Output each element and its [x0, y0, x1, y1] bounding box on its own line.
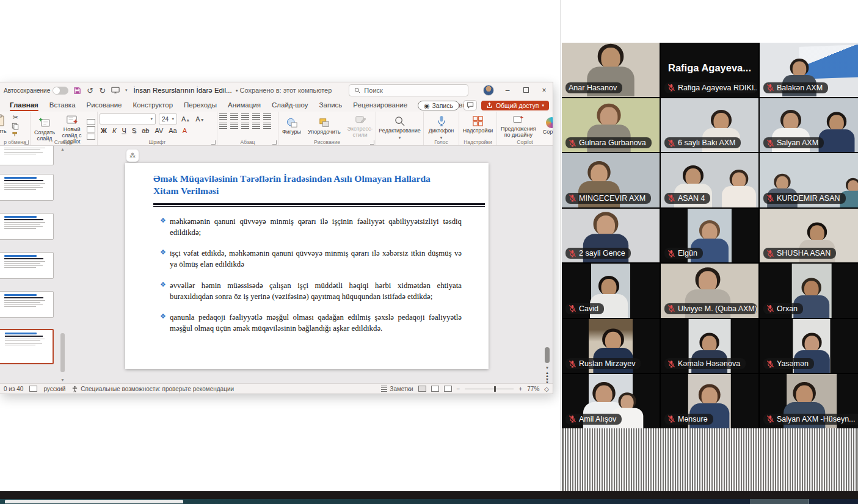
- font-style-button-4[interactable]: ab: [140, 127, 150, 134]
- clipboard-dialog-launcher[interactable]: [24, 140, 29, 145]
- participant-tile[interactable]: Ulviyye M. (Quba AXM): [661, 264, 758, 318]
- increase-font-icon[interactable]: A▲: [180, 115, 191, 123]
- participant-tile[interactable]: MINGECEVIR AXM: [562, 153, 660, 207]
- addins-button[interactable]: Надстройки: [461, 115, 495, 135]
- cut-icon[interactable]: ✂: [12, 113, 20, 121]
- scroll-down-icon[interactable]: ▼: [544, 365, 551, 370]
- design-ideas-button[interactable]: Предложения по дизайну: [499, 113, 538, 139]
- paragraph-dialog-launcher[interactable]: [272, 140, 277, 145]
- participant-tile[interactable]: KURDEMIR ASAN: [760, 153, 858, 207]
- zoom-slider[interactable]: [465, 389, 514, 389]
- participant-tile[interactable]: 2 sayli Gence: [562, 209, 660, 263]
- font-dialog-launcher[interactable]: [211, 140, 216, 145]
- participant-tile[interactable]: Salyan AXM -Hüseyn...: [760, 374, 858, 428]
- accessibility-status[interactable]: Специальные возможности: проверьте реком…: [71, 386, 234, 392]
- participant-tile[interactable]: Orxan: [760, 264, 858, 318]
- font-style-button-6[interactable]: Aa: [167, 127, 178, 134]
- tab-рецензирование[interactable]: Рецензирование: [348, 99, 412, 112]
- participant-tile[interactable]: Gulnara Gurbanova: [562, 98, 660, 153]
- display-settings-icon[interactable]: [29, 386, 37, 392]
- participant-tile[interactable]: Rafiga Agayeva...Rafiga Agayeva RDIKI...: [661, 43, 758, 97]
- shapes-button[interactable]: Фигуры: [280, 117, 303, 136]
- participant-tile[interactable]: 6 saylı Bakı AXM: [661, 98, 758, 153]
- search-input[interactable]: Поиск: [349, 84, 468, 96]
- zoom-out-button[interactable]: −: [457, 386, 460, 392]
- participant-tile[interactable]: Amil Alışov: [562, 374, 660, 428]
- tab-вставка[interactable]: Вставка: [45, 99, 81, 112]
- participant-tile[interactable]: Elgün: [661, 209, 758, 263]
- paste-button[interactable]: вить: [0, 113, 9, 135]
- zoom-in-button[interactable]: +: [518, 386, 522, 392]
- justify-icon[interactable]: [252, 123, 260, 129]
- numbering-icon[interactable]: [230, 113, 238, 120]
- tab-конструктор[interactable]: Конструктор: [128, 99, 178, 112]
- arrange-button[interactable]: Упорядочить: [306, 117, 343, 136]
- record-button[interactable]: ◉ Запись: [418, 101, 459, 110]
- participant-tile[interactable]: Ruslan Mirzəyev: [562, 319, 660, 373]
- slide-thumbnail-4[interactable]: [0, 252, 54, 279]
- tab-слайд-шоу[interactable]: Слайд-шоу: [267, 99, 313, 112]
- reading-view-icon[interactable]: [431, 386, 439, 392]
- thumbnail-scrollbar[interactable]: ▲ ▼: [59, 147, 66, 382]
- zoom-level[interactable]: 77%: [527, 386, 539, 392]
- tab-анимация[interactable]: Анимация: [223, 99, 266, 112]
- comments-button[interactable]: [464, 100, 477, 110]
- minimize-button[interactable]: –: [503, 86, 512, 95]
- slideshow-view-icon[interactable]: [444, 386, 452, 392]
- layout-icon[interactable]: [87, 119, 95, 125]
- copy-icon[interactable]: [12, 123, 19, 130]
- account-avatar[interactable]: [483, 85, 494, 96]
- participant-tile[interactable]: Salyan AXM: [760, 98, 858, 153]
- font-style-button-0[interactable]: Ж: [100, 127, 108, 134]
- designer-sparkle-button[interactable]: ⁂: [126, 149, 139, 162]
- slide-thumbnail-5[interactable]: [0, 291, 54, 318]
- copilot-button[interactable]: Copilot: [541, 117, 553, 136]
- align-right-icon[interactable]: [241, 123, 249, 129]
- indent-decrease-icon[interactable]: [241, 113, 249, 120]
- qat-customize-icon[interactable]: ▾: [125, 88, 128, 93]
- quick-styles-button[interactable]: Экспресс-стили: [346, 113, 375, 139]
- scroll-up-icon[interactable]: ▲: [59, 147, 66, 151]
- font-style-button-2[interactable]: Ч: [120, 127, 127, 134]
- fit-slide-icon[interactable]: ◇: [544, 386, 549, 392]
- participant-tile[interactable]: Anar Hasanov: [562, 43, 660, 97]
- normal-view-icon[interactable]: [418, 386, 426, 392]
- font-style-button-7[interactable]: А: [181, 127, 188, 134]
- slide-thumbnail-1[interactable]: [0, 146, 54, 165]
- slide-thumbnail-3[interactable]: [0, 213, 54, 240]
- participant-tile[interactable]: Kəmalə Həsənova: [661, 319, 758, 373]
- tab-рисование[interactable]: Рисование: [82, 99, 127, 112]
- participant-tile[interactable]: ASAN 4: [661, 153, 758, 207]
- drawing-dialog-launcher[interactable]: [370, 140, 374, 145]
- align-left-icon[interactable]: [219, 123, 227, 129]
- font-name-select[interactable]: ▾: [100, 113, 156, 124]
- scroll-down-icon[interactable]: ▼: [59, 378, 66, 382]
- next-slide-button[interactable]: ▼▼: [544, 378, 551, 383]
- dictate-button[interactable]: Диктофон ▾: [426, 115, 457, 141]
- save-icon[interactable]: [73, 87, 81, 95]
- font-size-select[interactable]: 24▾: [159, 113, 177, 124]
- previous-slide-button[interactable]: ▲▲: [544, 372, 551, 378]
- participant-tile[interactable]: Cavid: [562, 264, 660, 318]
- slide-thumbnail-6[interactable]: [0, 329, 54, 364]
- participant-tile[interactable]: Balakən AXM: [760, 43, 858, 97]
- close-button[interactable]: ×: [539, 86, 549, 95]
- saved-status[interactable]: • Сохранено в: этот компьютер: [236, 87, 332, 94]
- format-painter-icon[interactable]: [12, 131, 19, 137]
- indent-increase-icon[interactable]: [252, 113, 260, 120]
- line-spacing-icon[interactable]: [263, 113, 271, 120]
- slide-thumbnail-2[interactable]: [0, 174, 54, 201]
- font-style-button-5[interactable]: AV: [153, 127, 164, 134]
- participant-tile[interactable]: SHUSHA ASAN: [760, 209, 858, 263]
- participant-tile[interactable]: Yasəmən: [760, 319, 858, 373]
- canvas-scrollbar[interactable]: ▼ ▲▲ ▼▼: [544, 147, 551, 381]
- reset-icon[interactable]: [87, 126, 95, 132]
- redo-icon[interactable]: ↻: [99, 86, 106, 95]
- document-title[interactable]: İnsan Resurslarının İdarə Edil...: [134, 87, 232, 94]
- tab-запись[interactable]: Запись: [314, 99, 347, 112]
- slideshow-icon[interactable]: [111, 87, 120, 94]
- slide-canvas[interactable]: Əmək Müqaviləsinin Tərəflərin İradəsində…: [125, 163, 489, 369]
- participant-tile[interactable]: Mənsurə: [661, 374, 758, 428]
- columns-icon[interactable]: [263, 123, 271, 129]
- notes-button[interactable]: Заметки: [381, 386, 413, 392]
